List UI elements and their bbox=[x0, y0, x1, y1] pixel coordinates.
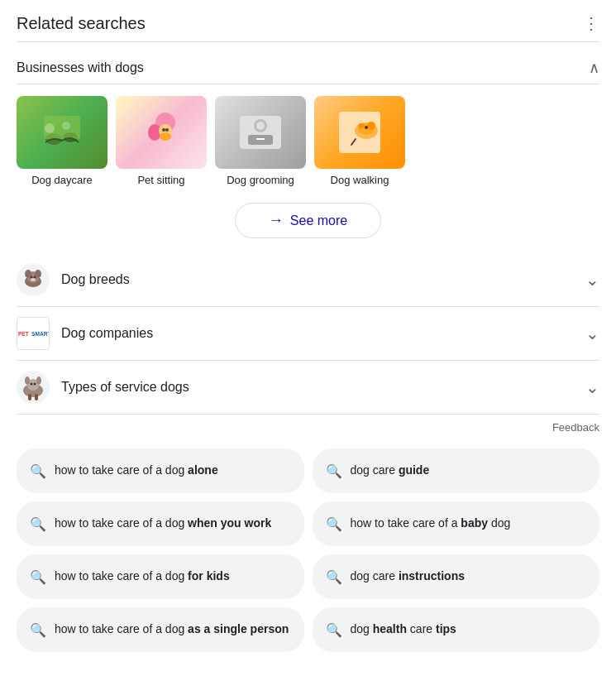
suggestion-guide[interactable]: 🔍 dog care guide bbox=[313, 448, 600, 493]
suggestion-single-person[interactable]: 🔍 how to take care of a dog as a single … bbox=[17, 607, 304, 652]
businesses-section-header[interactable]: Businesses with dogs ∧ bbox=[17, 52, 599, 84]
suggestion-when-you-work[interactable]: 🔍 how to take care of a dog when you wor… bbox=[17, 501, 304, 546]
dog-companies-chevron: ⌄ bbox=[585, 324, 599, 343]
grooming-label: Dog grooming bbox=[227, 174, 294, 186]
search-icon-8: 🔍 bbox=[326, 622, 342, 638]
feedback-row[interactable]: Feedback bbox=[17, 415, 599, 445]
svg-rect-40 bbox=[35, 394, 38, 400]
svg-text:SMART: SMART bbox=[31, 331, 49, 337]
business-card-daycare[interactable]: Dog daycare bbox=[17, 96, 107, 186]
svg-point-4 bbox=[62, 122, 70, 130]
service-dog-icon bbox=[17, 371, 50, 404]
dog-breeds-icon bbox=[17, 263, 50, 296]
see-more-label: See more bbox=[290, 213, 347, 228]
svg-point-37 bbox=[31, 383, 33, 386]
dog-companies-label: Dog companies bbox=[61, 326, 585, 341]
svg-point-10 bbox=[165, 128, 169, 132]
business-cards-grid: Dog daycare Pet sitting bbox=[17, 84, 599, 191]
business-card-walking[interactable]: Dog walking bbox=[314, 96, 405, 186]
search-icon-3: 🔍 bbox=[30, 516, 46, 532]
suggestion-baby[interactable]: 🔍 how to take care of a baby dog bbox=[313, 501, 600, 546]
feedback-label[interactable]: Feedback bbox=[552, 421, 599, 434]
petsitting-label: Pet sitting bbox=[137, 174, 184, 186]
search-icon-1: 🔍 bbox=[30, 463, 46, 479]
svg-point-3 bbox=[45, 123, 55, 133]
dog-breeds-label: Dog breeds bbox=[61, 272, 585, 287]
search-icon-5: 🔍 bbox=[30, 569, 46, 585]
suggestion-when-you-work-text: how to take care of a dog when you work bbox=[55, 515, 271, 532]
businesses-chevron-icon: ∧ bbox=[589, 59, 599, 77]
suggestion-instructions[interactable]: 🔍 dog care instructions bbox=[313, 554, 600, 599]
walking-label: Dog walking bbox=[331, 174, 389, 186]
svg-point-14 bbox=[256, 122, 265, 130]
suggestion-health-care-text: dog health care tips bbox=[351, 621, 456, 638]
search-icon-7: 🔍 bbox=[30, 622, 46, 638]
svg-point-38 bbox=[34, 383, 36, 386]
dog-companies-row[interactable]: PET SMART Dog companies ⌄ bbox=[17, 307, 599, 361]
suggestion-for-kids[interactable]: 🔍 how to take care of a dog for kids bbox=[17, 554, 304, 599]
petsitting-image bbox=[116, 96, 207, 169]
see-more-button[interactable]: → See more bbox=[235, 203, 381, 238]
svg-rect-39 bbox=[28, 394, 31, 400]
svg-text:PET: PET bbox=[18, 331, 29, 337]
svg-point-27 bbox=[31, 276, 33, 279]
svg-point-19 bbox=[367, 122, 375, 130]
svg-point-21 bbox=[365, 126, 368, 129]
see-more-row: → See more bbox=[17, 191, 599, 253]
svg-point-35 bbox=[25, 376, 30, 385]
suggestion-alone-text: how to take care of a dog alone bbox=[55, 463, 218, 479]
page-title: Related searches bbox=[17, 14, 146, 33]
businesses-section-title: Businesses with dogs bbox=[17, 60, 144, 75]
search-icon-6: 🔍 bbox=[326, 569, 342, 585]
svg-point-8 bbox=[160, 132, 171, 141]
svg-point-20 bbox=[358, 123, 365, 128]
suggestion-baby-text: how to take care of a baby dog bbox=[351, 515, 511, 532]
business-card-grooming[interactable]: Dog grooming bbox=[215, 96, 306, 186]
suggestion-instructions-text: dog care instructions bbox=[351, 568, 466, 585]
service-dogs-chevron: ⌄ bbox=[585, 377, 599, 397]
search-icon-4: 🔍 bbox=[326, 516, 342, 532]
daycare-image bbox=[17, 96, 107, 169]
related-searches-header: Related searches ⋮ bbox=[17, 13, 599, 42]
business-card-petsitting[interactable]: Pet sitting bbox=[116, 96, 207, 186]
walking-image bbox=[314, 96, 405, 169]
suggestion-alone[interactable]: 🔍 how to take care of a dog alone bbox=[17, 448, 304, 493]
suggestions-grid: 🔍 how to take care of a dog alone 🔍 dog … bbox=[17, 445, 599, 652]
svg-point-29 bbox=[31, 278, 36, 281]
more-options-icon[interactable]: ⋮ bbox=[583, 13, 599, 33]
arrow-right-icon: → bbox=[269, 212, 284, 229]
grooming-image bbox=[215, 96, 306, 169]
dog-breeds-chevron: ⌄ bbox=[585, 270, 599, 290]
svg-point-36 bbox=[36, 376, 41, 385]
svg-point-9 bbox=[162, 128, 165, 132]
service-dogs-row[interactable]: Types of service dogs ⌄ bbox=[17, 361, 599, 415]
suggestion-for-kids-text: how to take care of a dog for kids bbox=[55, 568, 230, 585]
svg-point-28 bbox=[34, 276, 36, 279]
suggestion-single-person-text: how to take care of a dog as a single pe… bbox=[55, 621, 289, 638]
search-icon-2: 🔍 bbox=[326, 463, 342, 479]
petsmart-icon: PET SMART bbox=[17, 317, 50, 350]
suggestion-health-care[interactable]: 🔍 dog health care tips bbox=[313, 607, 600, 652]
suggestion-guide-text: dog care guide bbox=[351, 463, 430, 479]
daycare-label: Dog daycare bbox=[31, 174, 93, 186]
service-dogs-label: Types of service dogs bbox=[61, 380, 585, 395]
dog-breeds-row[interactable]: Dog breeds ⌄ bbox=[17, 253, 599, 307]
